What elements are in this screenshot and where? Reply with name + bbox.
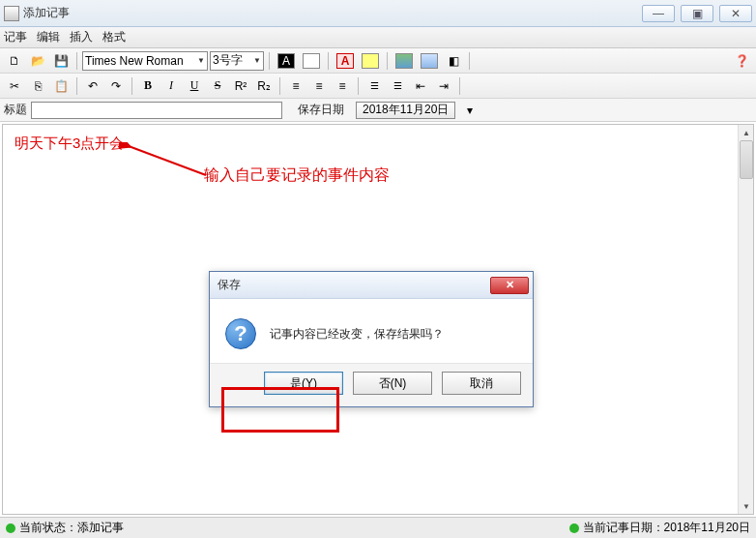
status-right-value: 2018年11月20日 bbox=[664, 520, 750, 536]
separator bbox=[279, 77, 280, 95]
dialog-close-button[interactable]: ✕ bbox=[490, 277, 529, 294]
indent-icon[interactable]: ⇥ bbox=[433, 76, 454, 96]
align-left-icon[interactable]: ≡ bbox=[285, 76, 306, 96]
font-color-a-icon[interactable]: A bbox=[275, 51, 298, 71]
scroll-up-icon[interactable]: ▲ bbox=[740, 126, 753, 139]
vertical-scrollbar[interactable]: ▲ ▼ bbox=[738, 125, 753, 514]
picture2-icon[interactable] bbox=[418, 51, 441, 71]
dialog-yes-button[interactable]: 是(Y) bbox=[264, 372, 343, 395]
annotation-text: 输入自己要记录的事件内容 bbox=[204, 165, 390, 186]
title-label: 标题 bbox=[4, 102, 27, 118]
close-button[interactable]: ✕ bbox=[719, 5, 752, 22]
bgcolor-a-icon[interactable]: A bbox=[334, 51, 357, 71]
dialog-titlebar: 保存 ✕ bbox=[210, 272, 533, 299]
paste-icon[interactable]: 📋 bbox=[50, 76, 72, 96]
save-icon[interactable]: 💾 bbox=[50, 51, 72, 71]
number-list-icon[interactable]: ☰ bbox=[387, 76, 408, 96]
separator bbox=[358, 77, 359, 95]
window-titlebar: 添加记事 — ▣ ✕ bbox=[0, 0, 756, 27]
status-left-label: 当前状态： bbox=[19, 520, 77, 536]
align-center-icon[interactable]: ≡ bbox=[308, 76, 330, 96]
title-save-row: 标题 保存日期 2018年11月20日 ▾ bbox=[0, 99, 756, 122]
dialog-no-button[interactable]: 否(N) bbox=[353, 372, 432, 395]
subscript-icon[interactable]: R₂ bbox=[253, 76, 275, 96]
separator bbox=[459, 77, 460, 95]
window-title: 添加记事 bbox=[23, 5, 642, 21]
superscript-icon[interactable]: R² bbox=[230, 76, 251, 96]
menu-jishi[interactable]: 记事 bbox=[4, 29, 27, 45]
dialog-cancel-button[interactable]: 取消 bbox=[442, 372, 521, 395]
title-input[interactable] bbox=[31, 102, 282, 119]
save-date-label: 保存日期 bbox=[298, 102, 344, 118]
maximize-button[interactable]: ▣ bbox=[681, 5, 713, 22]
open-icon[interactable]: 📂 bbox=[27, 51, 48, 71]
menu-charu[interactable]: 插入 bbox=[70, 29, 93, 45]
status-bar: 当前状态： 添加记事 当前记事日期： 2018年11月20日 bbox=[0, 517, 756, 538]
picture-icon[interactable] bbox=[393, 51, 416, 71]
app-icon bbox=[4, 6, 19, 21]
font-color-dropdown-icon[interactable] bbox=[300, 51, 323, 71]
separator bbox=[269, 52, 270, 70]
outdent-icon[interactable]: ⇤ bbox=[410, 76, 431, 96]
separator bbox=[131, 77, 132, 95]
align-right-icon[interactable]: ≡ bbox=[332, 76, 353, 96]
save-date-value: 2018年11月20日 bbox=[363, 102, 449, 118]
menu-bianji[interactable]: 编辑 bbox=[37, 29, 60, 45]
object-icon[interactable]: ◧ bbox=[443, 51, 464, 71]
minimize-button[interactable]: — bbox=[642, 5, 675, 22]
question-icon: ? bbox=[225, 318, 256, 349]
menu-bar: 记事 编辑 插入 格式 bbox=[0, 27, 756, 48]
status-left-value: 添加记事 bbox=[77, 520, 124, 536]
save-date-picker[interactable]: 2018年11月20日 bbox=[356, 102, 455, 119]
dialog-yes-label: 是(Y) bbox=[290, 375, 317, 392]
date-dropdown-icon[interactable]: ▾ bbox=[459, 101, 480, 120]
toolbar-1: 🗋 📂 💾 Times New Roman ▼ 3号字 ▼ A A ◧ ❓ bbox=[0, 48, 756, 74]
dialog-cancel-label: 取消 bbox=[470, 375, 493, 392]
font-family-select[interactable]: Times New Roman ▼ bbox=[82, 51, 208, 71]
font-family-value: Times New Roman bbox=[85, 54, 184, 68]
separator bbox=[328, 52, 329, 70]
separator bbox=[76, 77, 77, 95]
new-icon[interactable]: 🗋 bbox=[4, 51, 25, 71]
font-size-value: 3号字 bbox=[213, 52, 243, 69]
editor-content: 明天下午3点开会 bbox=[3, 125, 753, 163]
chevron-down-icon: ▼ bbox=[253, 56, 261, 65]
status-dot-icon bbox=[569, 523, 579, 533]
highlight-icon[interactable] bbox=[359, 51, 382, 71]
separator bbox=[76, 52, 77, 70]
dialog-no-label: 否(N) bbox=[379, 375, 407, 392]
copy-icon[interactable]: ⎘ bbox=[27, 76, 48, 96]
undo-icon[interactable]: ↶ bbox=[82, 76, 103, 96]
toolbar-2: ✂ ⎘ 📋 ↶ ↷ B I U S R² R₂ ≡ ≡ ≡ ☰ ☰ ⇤ ⇥ bbox=[0, 74, 756, 99]
font-size-select[interactable]: 3号字 ▼ bbox=[210, 51, 264, 71]
underline-icon[interactable]: U bbox=[184, 76, 205, 96]
italic-icon[interactable]: I bbox=[160, 76, 182, 96]
separator bbox=[469, 52, 470, 70]
separator bbox=[387, 52, 388, 70]
status-dot-icon bbox=[6, 523, 15, 533]
scroll-thumb[interactable] bbox=[740, 140, 753, 179]
help-icon[interactable]: ❓ bbox=[731, 51, 752, 71]
strike-icon[interactable]: S bbox=[207, 76, 228, 96]
dialog-message: 记事内容已经改变，保存结果吗？ bbox=[270, 326, 444, 343]
redo-icon[interactable]: ↷ bbox=[105, 76, 127, 96]
cut-icon[interactable]: ✂ bbox=[4, 76, 25, 96]
bold-icon[interactable]: B bbox=[137, 76, 159, 96]
status-right-label: 当前记事日期： bbox=[583, 520, 664, 536]
chevron-down-icon: ▼ bbox=[197, 56, 205, 65]
save-dialog: 保存 ✕ ? 记事内容已经改变，保存结果吗？ 是(Y) 否(N) 取消 bbox=[209, 271, 534, 407]
menu-geshi[interactable]: 格式 bbox=[102, 29, 126, 45]
scroll-down-icon[interactable]: ▼ bbox=[740, 499, 753, 513]
bullet-list-icon[interactable]: ☰ bbox=[363, 76, 385, 96]
dialog-title: 保存 bbox=[218, 277, 490, 293]
